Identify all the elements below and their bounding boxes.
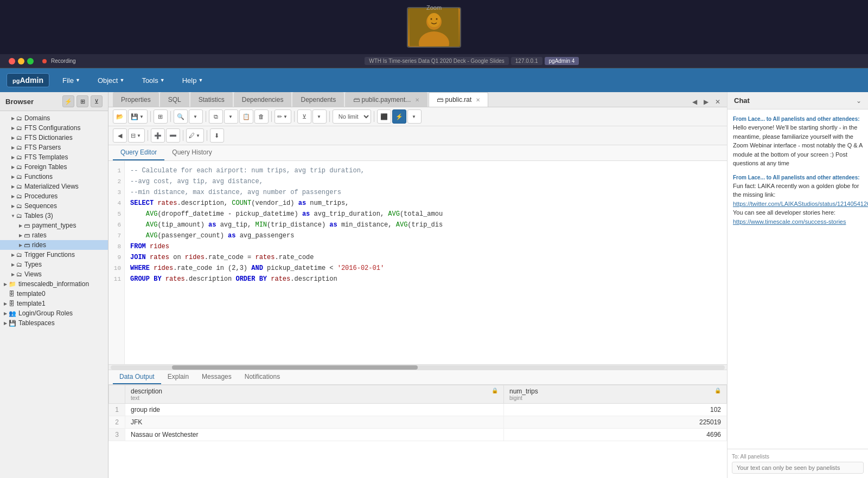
tab-dependents[interactable]: Dependents — [292, 92, 344, 107]
explain-tab[interactable]: Explain — [161, 370, 195, 384]
tree-toggle[interactable]: ▶ — [17, 223, 24, 228]
tree-toggle[interactable]: ▶ — [10, 175, 16, 179]
tree-item-timescaledb_information[interactable]: ▶ 📁 timescaledb_information — [0, 279, 108, 289]
tab-slides[interactable]: WTH Is Time-series Data Q1 2020 Deck - G… — [365, 57, 509, 65]
chat-link-2[interactable]: https://www.timescale.com/success-storie… — [733, 218, 846, 225]
tree-toggle[interactable]: ▶ — [10, 126, 16, 131]
tree-item-fts-parsers[interactable]: ▶ 🗂 FTS Parsers — [0, 143, 108, 152]
tab-prev-btn[interactable]: ◀ — [690, 97, 699, 107]
remove-row-btn[interactable]: ➖ — [166, 128, 180, 143]
tree-item-materialized-views[interactable]: ▶ 🗂 Materialized Views — [0, 182, 108, 191]
tree-item-payment_types[interactable]: ▶ 🗃 payment_types — [0, 221, 108, 230]
sidebar-grid-btn[interactable]: ⊞ — [76, 95, 88, 107]
tree-item-functions[interactable]: ▶ 🗂 Functions — [0, 172, 108, 182]
tree-item-fts-dictionaries[interactable]: ▶ 🗂 FTS Dictionaries — [0, 133, 108, 143]
messages-tab[interactable]: Messages — [195, 370, 238, 384]
tree-toggle[interactable]: ▶ — [10, 272, 16, 277]
add-row-btn[interactable]: ➕ — [151, 128, 165, 143]
tab-sql[interactable]: SQL — [160, 92, 189, 107]
tree-item-fts-templates[interactable]: ▶ 🗂 FTS Templates — [0, 152, 108, 162]
limit-select[interactable]: No limit 100 1000 — [333, 109, 371, 124]
query-editor-tab[interactable]: Query Editor — [113, 145, 164, 160]
tab-rates[interactable]: 🗃 public.rat✕ — [429, 92, 488, 107]
help-menu[interactable]: Help ▼ — [178, 74, 208, 87]
filter-btn[interactable]: ⊻ — [297, 109, 311, 124]
tree-item-foreign-tables[interactable]: ▶ 🗂 Foreign Tables — [0, 162, 108, 172]
tree-item-rates[interactable]: ▶ 🗃 rates — [0, 230, 108, 240]
execute-dropdown-btn[interactable]: ▼ — [407, 109, 422, 124]
pen-btn[interactable]: 🖊 ▼ — [186, 128, 204, 143]
tab-close-all-btn[interactable]: ✕ — [713, 97, 723, 107]
sidebar-refresh-btn[interactable]: ⚡ — [62, 95, 74, 107]
tree-toggle[interactable]: ▶ — [10, 155, 16, 160]
delete-btn[interactable]: 🗑 — [254, 109, 269, 124]
search-dropdown-btn[interactable]: ▼ — [189, 109, 203, 124]
file-menu[interactable]: File ▼ — [58, 74, 85, 87]
tree-item-rides[interactable]: ▶ 🗃 rides — [0, 240, 108, 250]
tree-item-tablespaces[interactable]: ▶ 💾 Tablespaces — [0, 318, 108, 328]
tab-dependencies[interactable]: Dependencies — [234, 92, 292, 107]
tree-toggle[interactable]: ▶ — [17, 243, 24, 248]
tree-toggle[interactable]: ▶ — [10, 262, 16, 267]
tree-item-views[interactable]: ▶ 🗂 Views — [0, 269, 108, 279]
tree-item-login/group-roles[interactable]: ▶ 👥 Login/Group Roles — [0, 308, 108, 318]
copy-btn[interactable]: ⧉ — [209, 109, 223, 124]
code-content[interactable]: -- Calculate for each airport: num trips… — [125, 161, 727, 364]
row-view-btn[interactable]: ⊟ ▼ — [128, 128, 145, 143]
sidebar-filter-btn[interactable]: ⊻ — [91, 95, 103, 107]
tree-item-fts-configurations[interactable]: ▶ 🗂 FTS Configurations — [0, 123, 108, 133]
tree-toggle[interactable]: ▶ — [2, 301, 9, 306]
tab-payment[interactable]: 🗃 public.payment...✕ — [345, 92, 427, 107]
nav-back-btn[interactable]: ◀ — [113, 128, 127, 143]
minimize-button[interactable] — [18, 58, 24, 64]
open-file-btn[interactable]: 📂 — [113, 109, 127, 124]
query-history-tab[interactable]: Query History — [164, 145, 219, 160]
maximize-button[interactable] — [27, 58, 34, 64]
filter-dropdown-btn[interactable]: ▼ — [312, 109, 327, 124]
tree-item-trigger-functions[interactable]: ▶ 🗂 Trigger Functions — [0, 250, 108, 260]
tree-toggle[interactable]: ▶ — [10, 184, 16, 189]
tree-item-tables-(3)[interactable]: ▼ 🗂 Tables (3) — [0, 211, 108, 221]
tree-toggle[interactable]: ▶ — [10, 194, 16, 199]
edit-btn[interactable]: ✏ ▼ — [275, 109, 291, 124]
tab-properties[interactable]: Properties — [113, 92, 159, 107]
copy-dropdown-btn[interactable]: ▼ — [224, 109, 238, 124]
tree-item-domains[interactable]: ▶ 🗂 Domains — [0, 113, 108, 123]
chat-expand-icon[interactable]: ⌄ — [856, 97, 861, 105]
tree-toggle[interactable]: ▶ — [10, 204, 16, 209]
data-output-tab[interactable]: Data Output — [113, 370, 161, 384]
horizontal-scrollbar[interactable] — [108, 364, 727, 370]
tree-toggle[interactable]: ▶ — [10, 135, 16, 140]
tree-item-sequences[interactable]: ▶ 🗂 Sequences — [0, 201, 108, 211]
tree-item-template0[interactable]: 🗄 template0 — [0, 289, 108, 299]
tree-toggle[interactable]: ▶ — [2, 311, 9, 316]
tab-ip[interactable]: 127.0.0.1 — [511, 57, 542, 65]
save-btn[interactable]: 💾 ▼ — [128, 109, 148, 124]
close-button[interactable] — [9, 58, 15, 64]
tree-toggle[interactable]: ▶ — [2, 321, 9, 326]
tab-next-btn[interactable]: ▶ — [701, 97, 711, 107]
execute-btn[interactable]: ⚡ — [392, 109, 406, 124]
chat-link-1[interactable]: https://twitter.com/LAIKAStudios/status/… — [733, 201, 868, 207]
tree-toggle[interactable]: ▶ — [10, 116, 16, 121]
tree-item-types[interactable]: ▶ 🗂 Types — [0, 260, 108, 269]
tree-item-template1[interactable]: ▶ 🗄 template1 — [0, 299, 108, 308]
tree-toggle[interactable]: ▶ — [2, 282, 9, 287]
tree-toggle[interactable]: ▶ — [10, 253, 16, 257]
tree-toggle[interactable]: ▶ — [10, 165, 16, 170]
object-menu[interactable]: Object ▼ — [93, 74, 129, 87]
scrollbar-thumb[interactable] — [172, 365, 418, 370]
tree-toggle[interactable]: ▶ — [10, 145, 16, 150]
tools-menu[interactable]: Tools ▼ — [137, 74, 169, 87]
code-editor[interactable]: 1 2 3 4 5 6 7 8 9 10 11 — [108, 161, 727, 364]
tab-pgadmin[interactable]: pgAdmin 4 — [545, 57, 579, 65]
notifications-tab[interactable]: Notifications — [238, 370, 286, 384]
download-btn[interactable]: ⬇ — [210, 128, 224, 143]
tree-toggle[interactable]: ▼ — [10, 214, 16, 218]
tree-toggle[interactable]: ▶ — [17, 233, 24, 238]
tab-statistics[interactable]: Statistics — [190, 92, 233, 107]
paste-btn[interactable]: 📋 — [239, 109, 253, 124]
search-btn[interactable]: 🔍 — [174, 109, 188, 124]
tree-item-procedures[interactable]: ▶ 🗂 Procedures — [0, 191, 108, 201]
stop-btn[interactable]: ⬛ — [377, 109, 391, 124]
